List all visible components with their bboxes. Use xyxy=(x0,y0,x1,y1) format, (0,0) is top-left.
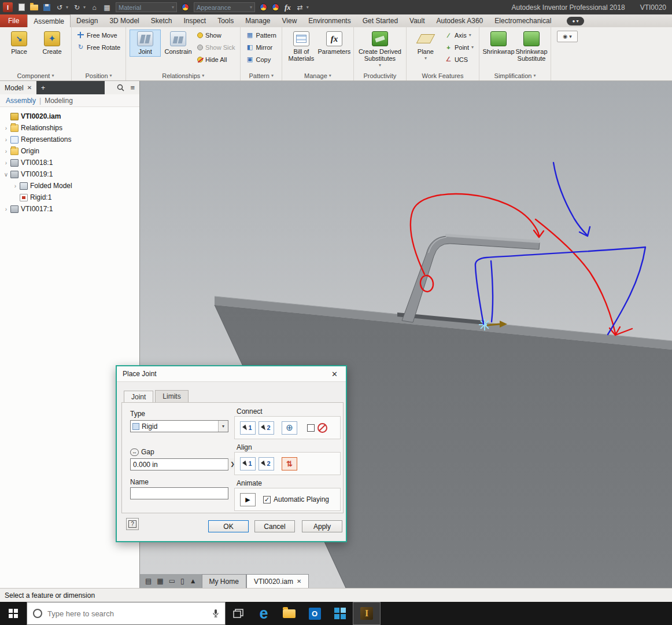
tree-expander-icon[interactable]: ∨ xyxy=(2,171,10,178)
create-derived-substitutes-button[interactable]: Create Derived Substitutes ▾ xyxy=(357,30,403,71)
tree-item[interactable]: › VTI0018:1 xyxy=(0,157,139,168)
connect-between-faces-button[interactable]: ⊕ xyxy=(282,421,297,435)
productivity-group-label[interactable]: Productivity xyxy=(354,71,406,80)
tree-expander-icon[interactable]: › xyxy=(2,160,10,166)
redo-icon[interactable]: ↻ xyxy=(71,1,83,13)
tree-expander-icon[interactable]: › xyxy=(2,137,10,143)
document-tab-close-icon[interactable]: ✕ xyxy=(297,578,301,584)
ribbon-tab[interactable]: File xyxy=(0,14,27,27)
flip-checkbox[interactable] xyxy=(307,424,315,432)
dock-horizontal-icon[interactable]: ▭ xyxy=(169,577,175,585)
model-panel-tab[interactable]: Model ✕ xyxy=(0,81,36,94)
parameters-button[interactable]: fx Parameters xyxy=(319,30,350,57)
show-sick-button[interactable]: Show Sick xyxy=(195,42,237,53)
bill-of-materials-button[interactable]: Bill of Materials xyxy=(286,30,317,64)
shrinkwrap-substitute-button[interactable]: Shrinkwrap Substitute xyxy=(516,30,547,64)
appearance-sphere-icon[interactable] xyxy=(260,3,267,11)
measure-icon[interactable]: ⇄ xyxy=(294,1,307,13)
start-button[interactable] xyxy=(0,602,27,625)
modeling-subtab[interactable]: Modeling xyxy=(45,97,73,105)
ribbon-tab[interactable]: 3D Model xyxy=(104,14,145,27)
parameters-fx-icon[interactable]: fx xyxy=(285,3,291,12)
ribbon-tab[interactable]: Design xyxy=(71,14,104,27)
undo-caret-icon[interactable]: ▾ xyxy=(66,5,71,10)
play-animation-button[interactable]: ▶ xyxy=(240,493,256,506)
create-button[interactable]: ✦ Create xyxy=(36,30,68,57)
my-home-tab[interactable]: My Home xyxy=(202,574,246,588)
ribbon-tab[interactable]: Autodesk A360 xyxy=(431,14,489,27)
apply-button[interactable]: Apply xyxy=(302,520,342,532)
gap-input[interactable] xyxy=(130,458,228,470)
quick-access-caret-icon[interactable]: ▾ xyxy=(307,5,311,10)
new-file-icon[interactable] xyxy=(15,1,28,13)
cancel-button[interactable]: Cancel xyxy=(254,520,295,532)
free-rotate-button[interactable]: ↻Free Rotate xyxy=(75,42,122,53)
microphone-icon[interactable] xyxy=(212,609,219,618)
ribbon-tab[interactable]: Environments xyxy=(302,14,356,27)
ribbon-tab[interactable]: Inspect xyxy=(178,14,212,27)
free-move-button[interactable]: Free Move xyxy=(75,30,122,41)
pattern-group-label[interactable]: Pattern▾ xyxy=(241,71,281,80)
mirror-button[interactable]: ◧Mirror xyxy=(244,42,278,53)
ribbon-tab[interactable]: Get Started xyxy=(357,14,404,27)
material-sphere-icon[interactable] xyxy=(182,3,189,11)
work-features-group-label[interactable]: Work Features xyxy=(407,71,479,80)
pattern-button[interactable]: ▦Pattern xyxy=(244,30,278,41)
save-icon[interactable] xyxy=(40,1,53,13)
open-file-icon[interactable] xyxy=(28,1,40,13)
align-first-button[interactable]: 1 xyxy=(240,457,256,470)
appearance-dropdown[interactable]: Appearance ▾ xyxy=(194,2,255,12)
align-flip-button[interactable]: ⇅ xyxy=(282,457,297,470)
tree-item[interactable]: › Representations xyxy=(0,134,139,145)
model-panel-close-icon[interactable]: ✕ xyxy=(27,84,32,91)
axis-button[interactable]: ∕Axis▾ xyxy=(443,30,475,41)
plane-button[interactable]: Plane ▾ xyxy=(410,30,441,64)
taskbar-search-box[interactable] xyxy=(27,602,226,625)
connect-second-button[interactable]: 2 xyxy=(259,421,274,435)
outlook-taskbar-button[interactable]: O xyxy=(302,602,327,625)
point-button[interactable]: +Point▾ xyxy=(443,42,475,53)
ribbon-tab[interactable]: Tools xyxy=(212,14,239,27)
tree-expander-icon[interactable]: › xyxy=(12,183,19,189)
tree-item[interactable]: › Folded Model xyxy=(0,180,139,192)
ribbon-tab[interactable]: Sketch xyxy=(145,14,178,27)
tree-expander-icon[interactable]: › xyxy=(2,206,10,212)
show-button[interactable]: Show xyxy=(195,30,237,41)
collapse-tabs-icon[interactable]: ▲ xyxy=(190,577,197,585)
copy-button[interactable]: ▣Copy xyxy=(244,54,278,65)
ribbon-overflow-button[interactable]: ◉▾ xyxy=(557,31,578,42)
tree-expander-icon[interactable]: › xyxy=(2,148,10,155)
ribbon-appearance-toggle[interactable]: ●▾ xyxy=(567,17,584,25)
ribbon-tab[interactable]: Manage xyxy=(239,14,276,27)
dialog-tab-limits[interactable]: Limits xyxy=(155,390,188,402)
tree-item[interactable]: ∨ VTI0019:1 xyxy=(0,168,139,180)
search-input[interactable] xyxy=(47,609,207,618)
ribbon-tab[interactable]: Electromechanical xyxy=(489,14,557,27)
undo-icon[interactable]: ↺ xyxy=(53,1,66,13)
constrain-button[interactable]: Constrain xyxy=(163,30,194,57)
joint-button[interactable]: Joint xyxy=(130,30,161,57)
browser-menu-icon[interactable]: ≡ xyxy=(130,83,135,92)
manage-group-label[interactable]: Manage▾ xyxy=(282,71,353,80)
dock-tree-icon[interactable]: ▤ xyxy=(145,577,152,585)
ribbon-tab[interactable]: Assemble xyxy=(27,14,71,27)
tree-item[interactable]: Rigid:1 xyxy=(0,192,139,203)
simplification-group-label[interactable]: Simplification▾ xyxy=(479,71,551,80)
ribbon-tab[interactable]: View xyxy=(276,14,303,27)
ok-button[interactable]: OK xyxy=(208,520,249,532)
relationships-group-label[interactable]: Relationships▾ xyxy=(126,71,240,80)
dialog-close-icon[interactable]: ✕ xyxy=(329,370,340,378)
tree-item[interactable]: VTI0020.iam xyxy=(0,111,139,122)
dialog-tab-joint[interactable]: Joint xyxy=(124,391,153,403)
tree-item[interactable]: › Relationships xyxy=(0,122,139,134)
ribbon-tab[interactable]: Vault xyxy=(404,14,430,27)
shrinkwrap-button[interactable]: Shrinkwrap xyxy=(483,30,514,57)
position-group-label[interactable]: Position▾ xyxy=(72,71,125,80)
type-dropdown-caret-icon[interactable]: ▾ xyxy=(218,421,228,432)
tree-item[interactable]: › VTI0017:1 xyxy=(0,203,139,215)
joint-name-input[interactable] xyxy=(130,487,228,499)
edge-taskbar-button[interactable]: e xyxy=(251,602,276,625)
joint-type-dropdown[interactable]: Rigid ▾ xyxy=(130,420,228,432)
connect-first-button[interactable]: 1 xyxy=(240,421,256,435)
hide-all-button[interactable]: Hide All xyxy=(195,54,237,65)
